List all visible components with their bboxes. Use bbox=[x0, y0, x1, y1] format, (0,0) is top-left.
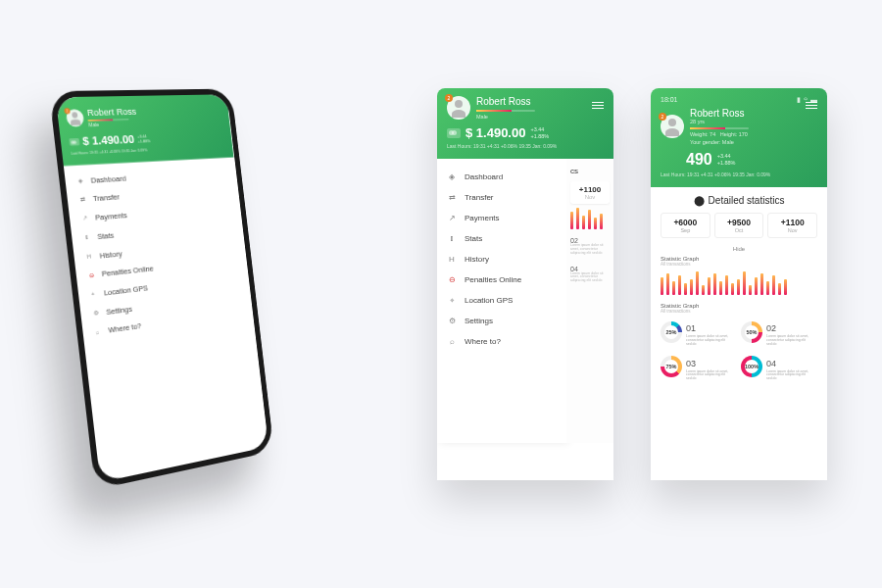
hamburger-icon[interactable] bbox=[592, 102, 604, 111]
bar bbox=[749, 285, 752, 295]
hamburger-icon[interactable] bbox=[806, 102, 817, 111]
hide-toggle[interactable]: Hide bbox=[661, 246, 817, 252]
notification-badge: 2 bbox=[64, 108, 70, 114]
nav-item-label: Penalties Online bbox=[465, 275, 521, 284]
bar bbox=[678, 275, 681, 295]
score-delta: +3.44+1.88% bbox=[717, 153, 736, 166]
nav-item-label: Settings bbox=[465, 317, 493, 325]
stats-header: 18:01 ▮⌔▬ 2 Robert Ross 28 yrs Weight: 7… bbox=[651, 88, 827, 187]
bar bbox=[588, 210, 591, 229]
donut-desc: Lorem ipsum dolor sit amet, consectetur … bbox=[686, 335, 731, 347]
month-chip[interactable]: +6000Sep bbox=[661, 213, 710, 238]
history-icon: H bbox=[85, 252, 93, 260]
nav-item-label: History bbox=[465, 255, 489, 264]
drawer-header: 2 Robert Ross Male $ 1.490.00 +3.44+1.88… bbox=[437, 88, 613, 159]
balance-footnote: Last Hours: 19:31 +4:31 +0.06% 19:35 Jan… bbox=[447, 143, 604, 149]
graph1-sub: All transactions bbox=[661, 262, 817, 267]
clock: 18:01 bbox=[661, 96, 678, 104]
bar bbox=[760, 273, 763, 295]
where-to--icon: ⌕ bbox=[447, 337, 457, 347]
user-name: Robert Ross bbox=[86, 106, 136, 118]
bar bbox=[600, 214, 603, 229]
nav-item-label: Stats bbox=[97, 230, 115, 240]
bar bbox=[737, 279, 740, 295]
nav-item-label: Payments bbox=[95, 211, 128, 221]
bar bbox=[755, 277, 758, 295]
balance-delta: +3.44+1.88% bbox=[530, 126, 549, 139]
user-gender: Male bbox=[88, 122, 138, 128]
drawer-header: 2 Robert Ross Male $ 1.490.00 +3.44+1.88… bbox=[56, 94, 234, 166]
progress-bar bbox=[476, 110, 535, 112]
dashboard-icon: ◈ bbox=[447, 172, 457, 182]
chip-value: +6000 bbox=[663, 218, 708, 227]
chip-month: Oct bbox=[717, 227, 761, 233]
user-name: Robert Ross bbox=[690, 108, 749, 119]
nav-item-stats[interactable]: ⫿Stats bbox=[437, 228, 566, 249]
balance-amount: $ 1.490.00 bbox=[82, 133, 135, 148]
notification-badge: 2 bbox=[659, 113, 666, 121]
month-chip[interactable]: +9500Oct bbox=[714, 213, 764, 238]
nav-item-penalties-online[interactable]: ⊖Penalties Online bbox=[437, 270, 566, 290]
graph2-sub: All transactions bbox=[661, 309, 817, 314]
balance-delta: +3.44+1.88% bbox=[137, 134, 151, 144]
nav-item-transfer[interactable]: ⇄Transfer bbox=[437, 187, 566, 208]
bar bbox=[784, 279, 787, 295]
screen-drawer: 2 Robert Ross Male $ 1.490.00 +3.44+1.88… bbox=[437, 88, 613, 480]
nav-item-payments[interactable]: ↗Payments bbox=[437, 208, 566, 228]
user-name: Robert Ross bbox=[476, 96, 535, 107]
nav-item-label: Dashboard bbox=[465, 172, 503, 181]
nav-item-settings[interactable]: ⚙Settings bbox=[437, 311, 566, 331]
nav-item-dashboard[interactable]: ◈Dashboard bbox=[437, 167, 566, 187]
donut-desc: Lorem ipsum dolor sit amet, consectetur … bbox=[766, 370, 811, 382]
donut-desc: Lorem ipsum dolor sit amet, consectetur … bbox=[686, 370, 731, 382]
avatar[interactable]: 2 bbox=[447, 96, 470, 120]
bar bbox=[766, 281, 769, 295]
donut-desc: Lorem ipsum dolor sit amet, consectetur … bbox=[766, 335, 811, 347]
bar bbox=[713, 273, 716, 295]
transfer-icon: ⇄ bbox=[447, 193, 457, 203]
donut-chart bbox=[741, 321, 762, 343]
nav-item-history[interactable]: HHistory bbox=[437, 249, 566, 270]
nav-item-location-gps[interactable]: ⌖Location GPS bbox=[437, 290, 566, 311]
avatar[interactable]: 2 bbox=[66, 109, 84, 126]
bar bbox=[666, 273, 669, 295]
nav-item-label: Where to? bbox=[465, 337, 501, 346]
nav-item-where-to-[interactable]: ⌕Where to? bbox=[437, 331, 566, 352]
donut-index: 01 bbox=[686, 323, 696, 333]
bar bbox=[772, 275, 775, 295]
avatar[interactable]: 2 bbox=[661, 115, 684, 138]
donut-index: 04 bbox=[766, 359, 776, 368]
nav-item-label: Penalties Online bbox=[101, 264, 154, 277]
user-gender: Your gender: Male bbox=[690, 139, 749, 145]
status-bar: 18:01 ▮⌔▬ bbox=[661, 96, 817, 104]
nav-item-label: Where to? bbox=[108, 321, 142, 334]
bar bbox=[672, 281, 675, 295]
month-chip[interactable]: +1100Nov bbox=[767, 213, 817, 238]
user-metrics: Weight: 74 Height: 170 bbox=[690, 131, 749, 137]
bar bbox=[684, 283, 687, 295]
donut-item: 02Lorem ipsum dolor sit amet, consectetu… bbox=[741, 318, 817, 347]
balance-amount: $ 1.490.00 bbox=[466, 125, 525, 140]
stats-icon: ⫿ bbox=[83, 233, 91, 241]
dashboard-icon: ◈ bbox=[76, 176, 84, 184]
donut-chart bbox=[661, 321, 682, 343]
history-icon: H bbox=[447, 255, 457, 265]
nav-item-label: Transfer bbox=[465, 193, 494, 202]
donut-item: 01Lorem ipsum dolor sit amet, consectetu… bbox=[661, 318, 737, 347]
donut-item: 03Lorem ipsum dolor sit amet, consectetu… bbox=[661, 353, 737, 382]
nav-item-label: Payments bbox=[465, 214, 500, 222]
progress-bar bbox=[690, 127, 749, 129]
transfer-icon: ⇄ bbox=[78, 195, 86, 203]
nav-item-label: Settings bbox=[106, 304, 132, 316]
screen-stats: 18:01 ▮⌔▬ 2 Robert Ross 28 yrs Weight: 7… bbox=[651, 88, 827, 480]
nav-item-label: Location GPS bbox=[465, 296, 513, 305]
payments-icon: ↗ bbox=[447, 214, 457, 223]
bar bbox=[778, 283, 781, 295]
bar bbox=[725, 275, 728, 295]
donut-chart bbox=[741, 356, 762, 377]
penalties-online-icon: ⊖ bbox=[447, 275, 457, 285]
penalties-online-icon: ⊖ bbox=[87, 270, 95, 278]
bar bbox=[731, 283, 734, 295]
donut-chart bbox=[661, 356, 682, 377]
phone-mockup: 2 Robert Ross Male $ 1.490.00 +3.44+1.88… bbox=[49, 89, 274, 490]
